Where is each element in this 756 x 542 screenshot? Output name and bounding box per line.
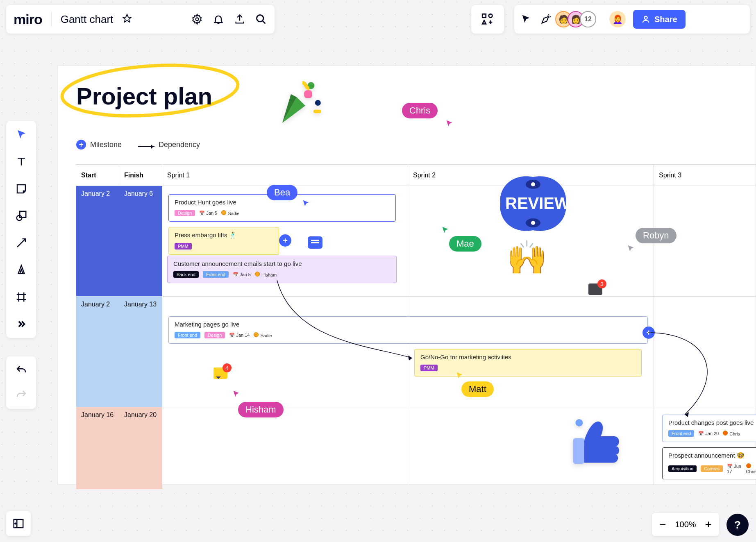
hands-sticker[interactable]: 🙌 bbox=[506, 238, 547, 277]
svg-rect-24 bbox=[573, 438, 584, 464]
undo-button[interactable] bbox=[13, 362, 30, 379]
project-plan-title[interactable]: Project plan bbox=[76, 82, 212, 110]
cursor-mae: Mae bbox=[449, 236, 481, 252]
col-finish: Finish bbox=[119, 165, 162, 186]
svg-rect-3 bbox=[482, 14, 486, 18]
add-milestone-button[interactable]: + bbox=[279, 234, 291, 247]
svg-point-2 bbox=[257, 15, 263, 22]
col-sprint1: Sprint 1 bbox=[162, 165, 408, 186]
zoom-in-button[interactable]: + bbox=[705, 518, 712, 531]
row1-finish: January 6 bbox=[119, 190, 153, 197]
col-sprint3: Sprint 3 bbox=[654, 165, 756, 186]
task-title: Press embargo lifts 🕺 bbox=[175, 231, 273, 239]
svg-point-9 bbox=[15, 523, 16, 524]
arrow-tool[interactable] bbox=[13, 235, 30, 251]
col-start: Start bbox=[76, 165, 119, 186]
tag: Front end bbox=[668, 430, 694, 437]
collaborator-avatars[interactable]: 🧑 👩 12 bbox=[559, 11, 596, 27]
svg-point-15 bbox=[315, 100, 321, 106]
svg-point-4 bbox=[489, 14, 493, 18]
apps-button[interactable] bbox=[471, 5, 504, 34]
select-tool[interactable] bbox=[13, 127, 30, 143]
task-assignee: Hisham bbox=[255, 272, 277, 277]
sticky-tool[interactable] bbox=[13, 181, 30, 197]
settings-icon[interactable] bbox=[191, 13, 203, 25]
board-title[interactable]: Gantt chart bbox=[61, 13, 114, 26]
task-card[interactable]: Go/No-Go for marketing activities PMM bbox=[414, 349, 642, 376]
dependency-arrow bbox=[269, 280, 433, 362]
row2-finish: January 13 bbox=[119, 301, 157, 308]
task-assignee: Chris bbox=[746, 463, 756, 474]
svg-rect-6 bbox=[20, 211, 26, 218]
task-assignee: Chris bbox=[723, 431, 740, 436]
search-icon[interactable] bbox=[255, 13, 267, 25]
review-label: REVIEW bbox=[505, 194, 570, 213]
zoom-level[interactable]: 100% bbox=[675, 520, 696, 529]
shape-tool[interactable] bbox=[13, 208, 30, 224]
tag: Front end bbox=[175, 332, 200, 338]
bell-icon[interactable] bbox=[212, 13, 225, 25]
task-title: Prospect announcement 🤓 bbox=[668, 452, 756, 459]
self-avatar[interactable]: 👩‍🦰 bbox=[609, 11, 626, 27]
export-icon[interactable] bbox=[234, 13, 246, 25]
svg-marker-17 bbox=[408, 356, 412, 361]
svg-point-1 bbox=[196, 18, 199, 21]
tool-panel bbox=[6, 121, 36, 338]
task-date: 📅 Jan 5 bbox=[199, 211, 217, 216]
task-assignee: Sadie bbox=[221, 210, 239, 216]
arrow-icon bbox=[138, 146, 154, 147]
text-tool[interactable] bbox=[13, 154, 30, 170]
avatar-overflow[interactable]: 12 bbox=[580, 11, 596, 27]
thumbs-up-sticker[interactable] bbox=[564, 410, 625, 474]
zoom-out-button[interactable]: − bbox=[659, 518, 666, 531]
logo[interactable]: miro bbox=[14, 11, 42, 27]
task-card[interactable]: Customer announcement emails start to go… bbox=[167, 256, 397, 283]
comment-thread[interactable]: 4 bbox=[213, 367, 227, 379]
help-button[interactable]: ? bbox=[726, 514, 749, 536]
review-sticker[interactable]: REVIEW bbox=[496, 173, 570, 238]
more-tools[interactable] bbox=[13, 316, 30, 332]
pen-tool[interactable] bbox=[13, 262, 30, 278]
comment-count: 4 bbox=[222, 363, 232, 372]
row3-finish: January 20 bbox=[119, 411, 157, 419]
legend-dependency: Dependency bbox=[138, 141, 200, 149]
redo-button[interactable] bbox=[13, 387, 30, 403]
row3-start: January 16 bbox=[76, 411, 114, 419]
cursor-hisham: Hisham bbox=[238, 402, 284, 417]
tag: PMM bbox=[175, 243, 192, 249]
cursor-mode-icon[interactable] bbox=[520, 13, 532, 25]
legend: +Milestone Dependency bbox=[76, 140, 200, 150]
svg-point-22 bbox=[531, 221, 535, 225]
party-popper-sticker[interactable] bbox=[271, 74, 328, 133]
tag: Design bbox=[175, 210, 195, 216]
svg-point-5 bbox=[644, 16, 647, 19]
cursor-robyn: Robyn bbox=[636, 228, 677, 243]
board-canvas[interactable]: Project plan +Milestone Dependency Start… bbox=[57, 66, 756, 485]
task-card[interactable]: Prospect announcement 🤓 Acquisition Comm… bbox=[662, 447, 756, 479]
cursor-chris: Chris bbox=[402, 103, 438, 118]
topbar-right: 🧑 👩 12 👩‍🦰 Share bbox=[514, 5, 750, 34]
frame-tool[interactable] bbox=[13, 289, 30, 305]
share-label: Share bbox=[654, 15, 677, 24]
reactions-icon[interactable] bbox=[540, 13, 552, 25]
row2-start: January 2 bbox=[76, 301, 110, 308]
task-date: 📅 Jan 5 bbox=[233, 272, 251, 277]
svg-rect-14 bbox=[304, 90, 312, 98]
tag: Front end bbox=[203, 271, 229, 278]
tag: Back end bbox=[173, 271, 199, 278]
comment-icon[interactable] bbox=[308, 236, 322, 249]
row1-start: January 2 bbox=[76, 190, 110, 197]
cursor-matt: Matt bbox=[461, 381, 494, 397]
tag: Acquisition bbox=[668, 465, 697, 472]
star-icon[interactable] bbox=[122, 14, 132, 25]
tag: Design bbox=[204, 332, 225, 338]
cursor-bea: Bea bbox=[267, 185, 297, 200]
share-button[interactable]: Share bbox=[633, 10, 686, 29]
frames-panel-button[interactable] bbox=[6, 511, 31, 536]
comment-thread[interactable]: 3 bbox=[588, 283, 602, 295]
task-date: 📅 Jan 14 bbox=[229, 333, 250, 338]
gantt-chart[interactable]: Start Finish Sprint 1 Sprint 2 Sprint 3 … bbox=[76, 164, 756, 484]
task-card[interactable]: Press embargo lifts 🕺 PMM bbox=[168, 227, 279, 255]
divider bbox=[51, 11, 52, 27]
svg-point-20 bbox=[531, 182, 535, 186]
